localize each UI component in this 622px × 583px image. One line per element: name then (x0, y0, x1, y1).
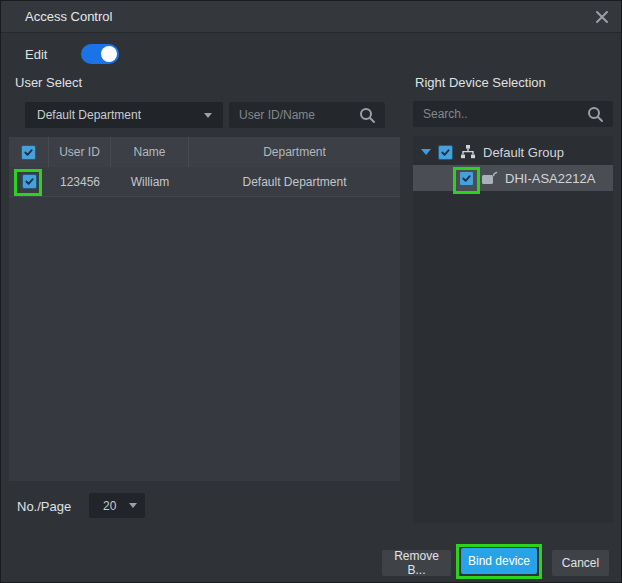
search-icon[interactable] (587, 106, 604, 123)
user-search-box (229, 102, 385, 128)
table-row[interactable]: 123456 William Default Department (9, 167, 400, 197)
device-checkbox[interactable] (459, 171, 474, 186)
tree-device-label: DHI-ASA2212A (505, 171, 595, 186)
chevron-down-icon (129, 503, 137, 508)
column-header-user-id: User ID (49, 137, 111, 167)
edit-label: Edit (25, 47, 47, 62)
page-size-label: No./Page (17, 499, 71, 514)
group-checkbox[interactable] (438, 145, 453, 160)
department-dropdown[interactable]: Default Department (25, 102, 223, 128)
cancel-button[interactable]: Cancel (552, 550, 609, 576)
column-header-name: Name (111, 137, 189, 167)
dialog-title: Access Control (25, 9, 112, 24)
department-dropdown-value: Default Department (37, 108, 204, 122)
row-checkbox[interactable] (22, 174, 37, 189)
tree-group-row[interactable]: Default Group (413, 139, 613, 165)
page-size-dropdown[interactable]: 20 (89, 493, 145, 518)
device-tree-panel: Default Group DHI-ASA2212A (413, 136, 613, 523)
chevron-down-icon (204, 113, 212, 118)
user-select-section-label: User Select (15, 75, 82, 90)
device-search-input[interactable] (413, 107, 587, 121)
edit-toggle[interactable] (81, 44, 119, 64)
cell-department: Default Department (189, 167, 400, 196)
access-control-dialog: Access Control Edit User Select Default … (0, 0, 622, 583)
select-all-checkbox[interactable] (21, 145, 36, 160)
page-size-value: 20 (103, 499, 129, 513)
tree-device-row[interactable]: DHI-ASA2212A (413, 165, 613, 191)
user-search-input[interactable] (229, 108, 359, 122)
user-table: User ID Name Department 123456 William D… (9, 137, 400, 481)
device-selection-section-label: Right Device Selection (415, 75, 546, 90)
device-search-box (413, 101, 613, 127)
remove-bound-button[interactable]: Remove B... (382, 550, 451, 576)
toggle-knob (101, 46, 117, 62)
column-header-department: Department (189, 137, 400, 167)
cell-user-id: 123456 (49, 167, 111, 196)
group-icon (460, 145, 476, 159)
search-icon[interactable] (359, 107, 376, 124)
bind-device-button[interactable]: Bind device (461, 548, 537, 574)
tree-group-label: Default Group (483, 145, 564, 160)
tree-expander-icon[interactable] (421, 149, 431, 155)
close-icon[interactable] (594, 9, 610, 25)
user-table-header: User ID Name Department (9, 137, 400, 167)
device-icon (481, 171, 498, 185)
cell-name: William (111, 167, 189, 196)
titlebar: Access Control (1, 1, 621, 33)
